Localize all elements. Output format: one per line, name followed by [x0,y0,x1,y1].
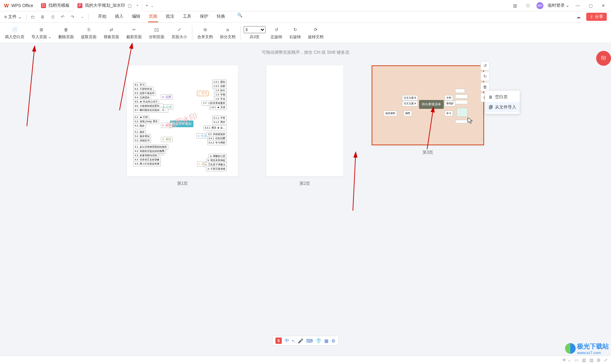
page-1-box[interactable]: 我的大学规划 1. 学习 2. 心态 3. 生活 4. 社交 5. 考试 6. … [127,65,238,176]
mm-center: 我的大学规划 [170,121,193,127]
plus-icon: + [146,3,148,8]
rotate-cw-icon[interactable]: ↻ [481,72,490,81]
popup-blank-label: 空白页 [495,94,508,100]
todo-leaf [456,108,468,117]
status-bar: 👁 ⌄ ▭ ▥ ▤ ⊞ ⤢ [0,356,611,364]
search-icon[interactable]: 🔍 [236,11,244,19]
insert-blank-button[interactable]: 📄 插入空白页 [3,25,27,41]
delete-page-button[interactable]: 🗑 删除页面 [56,25,76,41]
watermark-badge[interactable]: 印 [596,51,611,66]
share-icon: ⇪ [590,14,593,19]
menu-tabs: 开始 插入 编辑 页面 批注 工具 保护 转换 🔍 [97,11,244,22]
mm-leaf: 6.3. 跑步 [133,123,146,128]
status-expand-icon[interactable]: ⤢ [604,358,607,363]
ime-bar[interactable]: S 中 •, 🎤 ⌨ 👕 ▦ ⚙ [272,336,339,346]
tab-insert[interactable]: 插入 [114,11,124,22]
page-thumb-2[interactable]: 第2页 [266,65,343,187]
ime-skin-icon[interactable]: 👕 [316,338,321,344]
rotate-right-icon: ↻ [292,26,299,33]
page-2-box[interactable] [266,65,343,176]
new-tab-button[interactable]: + ⌄ [142,0,157,11]
pages-row: 我的大学规划 1. 学习 2. 心态 3. 生活 4. 社交 5. 考试 6. … [0,65,611,187]
qat-dropdown-icon[interactable]: ⌄ [78,13,86,21]
document-tab[interactable]: P 我的大学规划_加水印 ▢ • [74,0,142,11]
ime-mic-icon[interactable]: 🎤 [298,338,303,344]
popup-blank-page[interactable]: 🗎 空白页 [485,92,520,102]
chevron-down-icon[interactable]: ⌄ [150,3,154,8]
tab-edit[interactable]: 编辑 [131,11,141,22]
merge-doc-label: 合并文档 [197,34,213,40]
tab-start[interactable]: 开始 [97,11,107,22]
page-select-input[interactable]: 3 [244,26,266,33]
status-view1-icon[interactable]: ▭ [575,358,578,363]
layout-icon[interactable]: ▥ [511,1,519,10]
save-icon[interactable]: 🗎 [39,13,47,21]
ime-settings-icon[interactable]: ⚙ [331,338,336,344]
login-label[interactable]: 临时登录 ⌄ [548,2,569,8]
rotate-left-button[interactable]: ↺ 左旋转 [268,25,284,41]
ime-toolbox-icon[interactable]: ▦ [324,338,328,344]
cube-icon[interactable]: ⬡ [524,1,532,10]
rotate-doc-label: 旋转文档 [308,34,324,40]
rotate-right-button[interactable]: ↻ 右旋转 [287,25,303,41]
todo-leaf [455,89,465,93]
tab-page[interactable]: 页面 [148,11,158,22]
todo-node: 文档 [444,95,453,101]
avatar[interactable]: WP [536,2,543,9]
close-icon[interactable]: ✕ [599,1,607,10]
app-tab[interactable]: W WPS Office [0,0,37,11]
split-doc-button[interactable]: ⧈ 拆分文档 [218,25,238,41]
split-page-button[interactable]: ▯▯ 分割页面 [147,25,167,41]
undo-icon[interactable]: ↶ [59,13,66,21]
print-icon[interactable]: ⎙ [49,13,57,21]
extract-page-button[interactable]: ⎘ 提取页面 [79,25,99,41]
ime-punct-icon[interactable]: •, [292,338,295,344]
share-button[interactable]: ⇪ 分享 [586,13,607,21]
mindmap-content: 我的大学规划 1. 学习 2. 心态 3. 生活 4. 社交 5. 考试 6. … [131,70,234,172]
status-view2-icon[interactable]: ▥ [582,358,586,363]
maximize-icon[interactable]: ▢ [586,1,595,10]
template-tab[interactable]: D 找稻壳模板 [37,0,74,11]
mm-leaf: 4.5. 网上社交应该有度 [133,162,161,166]
merge-doc-button[interactable]: ⧉ 合并文档 [195,25,215,41]
quick-access-toolbar: 🗀 🗎 ⎙ ↶ ↷ ⌄ [29,13,86,21]
cloud-icon[interactable]: ☁ [574,13,583,21]
divider [192,26,192,40]
popup-from-file[interactable]: 🗐 从文件导入 [485,102,520,112]
status-eye-icon[interactable]: 👁 ⌄ [562,358,571,363]
redo-icon[interactable]: ↷ [69,13,76,21]
status-view4-icon[interactable]: ⊞ [597,358,600,363]
tab-convert[interactable]: 转换 [216,11,226,22]
tab-protect[interactable]: 保护 [199,11,209,22]
split-page-label: 分割页面 [149,34,164,40]
page-3-label: 第3页 [423,149,433,155]
resize-icon: ⤢ [176,26,183,33]
tab-comment[interactable]: 批注 [165,11,175,22]
page-3-box[interactable]: 待办事项清单 论文主题 B 论文主题 A 调查 相关资料 文档 看电影 学习 ↺ [372,65,484,145]
crop-page-button[interactable]: ✂ 裁剪页面 [124,25,144,41]
rotate-doc-button[interactable]: ⟳ 旋转文档 [306,25,326,41]
file-menu[interactable]: ≡ 文件 ⌄ [4,14,22,20]
import-page-button[interactable]: ⊞ 导入页面 ⌄ [29,25,53,41]
minimize-icon[interactable]: — [574,1,582,10]
close-tab-icon[interactable]: • [136,3,138,8]
ribbon-group-doc: ⧉ 合并文档 ⧈ 拆分文档 [195,25,238,41]
page-1-label: 第1页 [177,181,188,187]
tab-options-icon[interactable]: ▢ [125,1,134,10]
ime-lang[interactable]: 中 [285,337,289,344]
page-thumb-1[interactable]: 我的大学规划 1. 学习 2. 心态 3. 生活 4. 社交 5. 考试 6. … [127,65,238,187]
tab-tools[interactable]: 工具 [182,11,192,22]
page-thumb-3[interactable]: 待办事项清单 论文主题 B 论文主题 A 调查 相关资料 文档 看电影 学习 ↺ [372,65,484,155]
rotate-ccw-icon[interactable]: ↺ [481,61,490,70]
import-page-label: 导入页面 ⌄ [31,34,51,40]
ime-keyboard-icon[interactable]: ⌨ [306,338,313,344]
page-size-button[interactable]: ⤢ 页面大小 [169,25,189,41]
open-icon[interactable]: 🗀 [29,13,37,21]
todo-node: 调查 [403,111,412,116]
todo-leaf [455,94,468,99]
split-doc-icon: ⧈ [224,26,231,33]
ribbon-group-pages: 📄 插入空白页 ⊞ 导入页面 ⌄ 🗑 删除页面 ⎘ 提取页面 ⇄ 替换页面 ✂ … [3,25,189,41]
split-icon: ▯▯ [153,26,160,33]
replace-page-button[interactable]: ⇄ 替换页面 [101,25,121,41]
status-view3-icon[interactable]: ▤ [589,358,593,363]
